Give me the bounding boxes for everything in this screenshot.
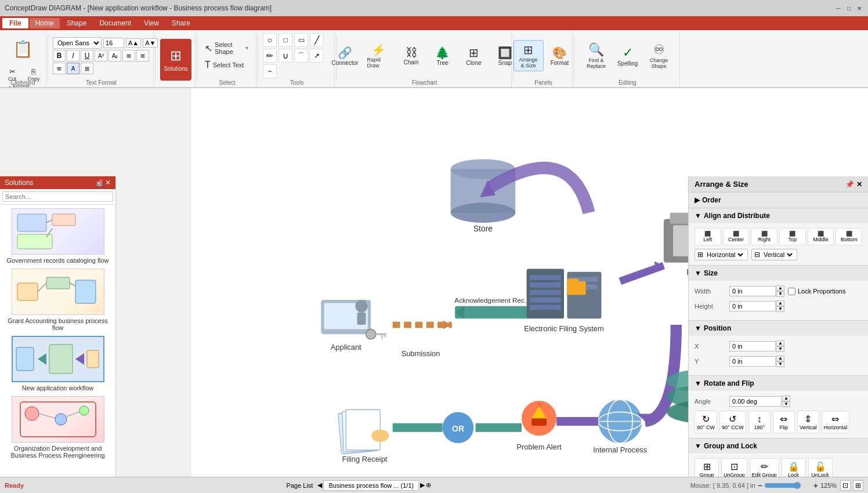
document-menu[interactable]: Document (93, 18, 137, 28)
edit-group-btn[interactable]: ✏ Edit Group (750, 458, 779, 477)
add-page-btn[interactable]: ⊕ (426, 481, 431, 489)
close-btn[interactable]: ✕ (855, 4, 863, 12)
flip-btn[interactable]: ⇔ Flip (773, 411, 795, 433)
maximize-btn[interactable]: □ (845, 4, 853, 12)
page-list-btn[interactable]: Page List (283, 481, 317, 490)
align-middle-btn[interactable]: ⬛ Middle (808, 228, 834, 245)
underline-button[interactable]: U (81, 50, 93, 61)
page-next-btn[interactable]: ▶ (420, 481, 425, 489)
tree-button[interactable]: 🌲 Tree (429, 44, 457, 68)
ungroup-btn[interactable]: ⊡ UnGroup (721, 458, 747, 477)
zoom-out-btn[interactable]: − (758, 481, 762, 490)
x-input[interactable] (729, 341, 776, 351)
x-up[interactable]: ▲ (776, 340, 784, 346)
angle-down[interactable]: ▼ (782, 401, 790, 407)
tool-curve[interactable]: ⌒ (294, 49, 308, 63)
connector-button[interactable]: 🔗 Connector (330, 44, 360, 68)
flip-horizontal-btn[interactable]: ⇔ Horizontal (822, 411, 850, 433)
group-header[interactable]: ▼ Group and Lock (689, 438, 868, 454)
zoom-in-btn[interactable]: + (813, 481, 818, 490)
page-tab-1[interactable]: Business process flow ... (1/1) (323, 480, 419, 491)
font-color-button[interactable]: A (67, 63, 79, 74)
flip-vertical-btn[interactable]: ⇕ Vertical (797, 411, 819, 433)
rotate-header[interactable]: ▼ Rotate and Flip (689, 376, 868, 391)
page-prev-btn[interactable]: ◀ (317, 481, 322, 489)
shape-menu[interactable]: Shape (61, 18, 93, 28)
tool-bezier[interactable]: ~ (263, 64, 277, 78)
order-header[interactable]: ▶ Order (689, 193, 868, 208)
solutions-search-icon[interactable]: 🔍 (96, 181, 105, 189)
find-replace-button[interactable]: 🔍 Find & Replace (581, 40, 612, 71)
minimize-btn[interactable]: ─ (834, 4, 842, 12)
width-up[interactable]: ▲ (776, 285, 784, 291)
file-menu[interactable]: File (2, 18, 28, 28)
solutions-ribbon-btn[interactable]: ⊞ Solutions (157, 30, 196, 87)
zoom-slider[interactable] (765, 483, 811, 488)
view-menu[interactable]: View (138, 18, 165, 28)
font-selector[interactable]: Open Sans (53, 37, 102, 49)
solution-item-gov[interactable]: Government records cataloging flow (3, 208, 112, 264)
bold-button[interactable]: B (53, 50, 66, 61)
lock-prop-checkbox[interactable] (788, 288, 795, 295)
tool-rect[interactable]: □ (279, 33, 292, 47)
right-panel-close-icon[interactable]: ✕ (856, 180, 862, 188)
solutions-btn-inner[interactable]: ⊞ Solutions (160, 39, 191, 81)
tool-oval[interactable]: ○ (263, 33, 277, 47)
fit-page-btn[interactable]: ⊡ (840, 480, 851, 491)
unlock-btn[interactable]: 🔓 UnLock (808, 458, 833, 477)
horizontal-select[interactable]: Horizontal (704, 251, 745, 259)
paste-button[interactable]: 📋 (9, 32, 37, 65)
rotate-90ccw-btn[interactable]: ↺ 90° CCW (719, 411, 746, 433)
solution-item-new[interactable]: New application workflow (3, 336, 112, 392)
align-center-btn[interactable]: ⬛ Center (723, 228, 750, 245)
clone-button[interactable]: ⊞ Clone (460, 44, 488, 68)
align-left-btn[interactable]: ⬛ Left (695, 228, 721, 245)
change-shape-button[interactable]: ♾ Change Shape (644, 40, 674, 71)
tool-arrow[interactable]: ↗ (310, 49, 324, 63)
solutions-search[interactable] (2, 191, 113, 202)
rotate-90cw-btn[interactable]: ↻ 90° CW (695, 411, 717, 433)
align-center-button[interactable]: ≡ (136, 50, 149, 61)
more-options-button[interactable]: ⊞ (81, 63, 93, 74)
tool-pen[interactable]: ✏ (263, 49, 277, 63)
superscript-button[interactable]: A² (95, 50, 107, 61)
position-header[interactable]: ▼ Position (689, 321, 868, 336)
tool-arc[interactable]: ∪ (279, 49, 292, 63)
group-btn[interactable]: ⊞ Group (695, 458, 719, 477)
align-right-btn[interactable]: ⬛ Right (751, 228, 777, 245)
align-bottom-btn[interactable]: ⬛ Bottom (836, 228, 862, 245)
right-panel-pin-icon[interactable]: 📌 (845, 180, 854, 188)
spelling-button[interactable]: ✓ Spelling (614, 43, 642, 69)
height-down[interactable]: ▼ (776, 306, 784, 312)
rotate-180-btn[interactable]: ↕ 180° (748, 411, 771, 433)
align-header[interactable]: ▼ Align and Distribute (689, 208, 868, 223)
align-right-button[interactable]: ≡ (53, 63, 66, 74)
angle-input[interactable] (729, 396, 782, 407)
x-down[interactable]: ▼ (776, 346, 784, 352)
width-down[interactable]: ▼ (776, 291, 784, 297)
select-text-button[interactable]: T Select Text (202, 58, 252, 72)
y-up[interactable]: ▲ (776, 356, 784, 361)
font-size-increase[interactable]: A▲ (126, 38, 141, 48)
font-size-input[interactable] (103, 38, 124, 48)
format-button[interactable]: 🎨 Format (546, 44, 574, 68)
solution-item-grant[interactable]: Grant Accounting business process flow (3, 269, 112, 331)
font-size-decrease[interactable]: A▼ (143, 38, 158, 48)
angle-up[interactable]: ▲ (782, 396, 790, 401)
lock-btn[interactable]: 🔒 Lock (782, 458, 806, 477)
arrange-size-button[interactable]: ⊞ Arrange & Size (513, 40, 544, 71)
align-top-btn[interactable]: ⬛ Top (779, 228, 806, 245)
height-input[interactable] (729, 301, 776, 311)
width-input[interactable] (729, 286, 776, 296)
subscript-button[interactable]: A₂ (108, 50, 121, 61)
tool-line[interactable]: ╱ (310, 33, 324, 47)
solutions-close-icon[interactable]: ✕ (105, 179, 111, 187)
chain-button[interactable]: ⛓ Chain (397, 44, 425, 68)
height-up[interactable]: ▲ (776, 300, 784, 306)
solution-item-org[interactable]: Organization Development and Business Pr… (3, 396, 112, 459)
select-shape-button[interactable]: ↖ Select Shape ▼ (202, 39, 252, 57)
zoom-thumb[interactable] (794, 482, 801, 489)
italic-button[interactable]: I (67, 50, 79, 61)
home-menu[interactable]: Home (30, 18, 60, 28)
share-menu[interactable]: Share (166, 18, 196, 28)
